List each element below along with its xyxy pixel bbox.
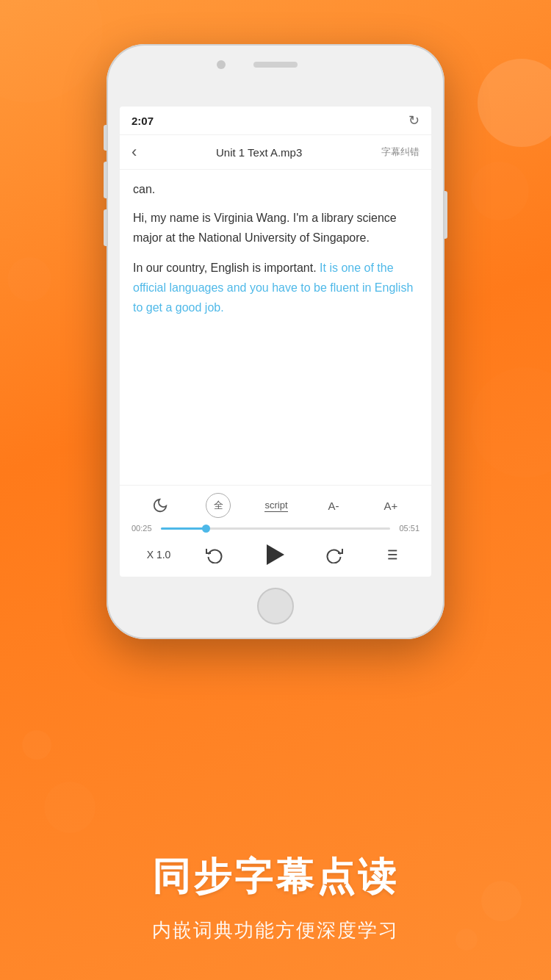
font-decrease-button[interactable]: A- [322,494,345,517]
progress-track[interactable] [161,527,390,530]
text-paragraph2-prefix: In our country, English is important. [133,262,320,274]
refresh-icon[interactable]: ↻ [408,112,419,129]
text-can: can. [133,180,418,199]
front-camera [217,60,226,69]
phone-shell: 2:07 ↻ ‹ Unit 1 Text A.mp3 字幕纠错 can. Hi,… [107,44,444,639]
home-button[interactable] [257,588,294,624]
font-minus-label: A- [328,500,339,512]
speed-button[interactable]: X 1.0 [147,549,171,561]
screen-nav: ‹ Unit 1 Text A.mp3 字幕纠错 [120,135,431,170]
status-time: 2:07 [132,115,154,127]
volume-down-button [104,209,107,246]
back-button[interactable]: ‹ [132,143,137,162]
phone-mockup: 2:07 ↻ ‹ Unit 1 Text A.mp3 字幕纠错 can. Hi,… [107,44,444,639]
list-icon [383,547,399,563]
rewind-button[interactable] [201,541,228,568]
control-icons-row: 全 script A- A+ [132,493,419,518]
playlist-button[interactable] [378,541,404,568]
playback-row: X 1.0 [132,538,419,571]
power-button [444,191,447,239]
forward-icon [325,546,343,563]
forward-button[interactable] [321,541,347,568]
moon-icon [152,497,168,514]
text-paragraph2: In our country, English is important. It… [133,258,418,318]
bottom-section: 同步字幕点读 内嵌词典功能方便深度学习 [0,829,551,980]
nav-title: Unit 1 Text A.mp3 [216,146,302,159]
font-increase-button[interactable]: A+ [379,494,403,517]
main-title: 同步字幕点读 [29,851,522,903]
progress-row: 00:25 05:51 [132,524,419,533]
screen-header: 2:07 ↻ [120,107,431,135]
rewind-icon [206,546,223,563]
play-button[interactable] [258,538,290,571]
text-paragraph1: Hi, my name is Virginia Wang. I'm a libr… [133,208,418,248]
full-text-label: 全 [214,499,223,512]
progress-handle[interactable] [202,525,210,533]
silent-button [104,125,107,151]
progress-fill [161,527,206,530]
player-controls: 全 script A- A+ 0 [120,485,431,577]
volume-up-button [104,162,107,198]
night-mode-button[interactable] [148,494,172,517]
subtitle-error-button[interactable]: 字幕纠错 [381,145,419,159]
sub-title: 内嵌词典功能方便深度学习 [29,918,522,943]
screen-content: can. Hi, my name is Virginia Wang. I'm a… [120,170,431,485]
play-icon [267,544,284,565]
time-current: 00:25 [132,524,155,533]
full-text-button[interactable]: 全 [206,493,231,518]
time-total: 05:51 [396,524,419,533]
script-label: script [264,500,287,512]
earpiece-speaker [253,62,298,68]
font-plus-label: A+ [384,500,398,512]
phone-screen: 2:07 ↻ ‹ Unit 1 Text A.mp3 字幕纠错 can. Hi,… [120,107,431,577]
script-button[interactable]: script [264,494,288,517]
